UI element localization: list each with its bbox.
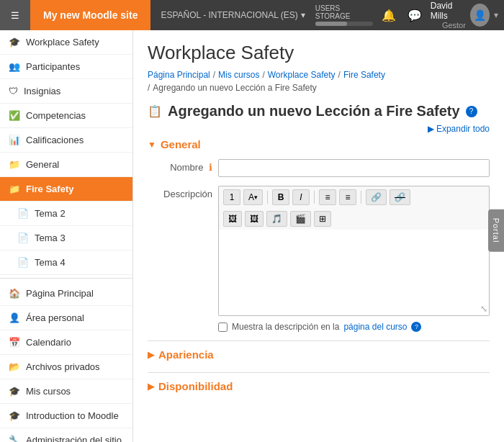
editor-body[interactable]: ⤡ [218,230,490,316]
toolbar-sep [361,191,361,204]
sidebar-item-intro-moodle[interactable]: 🎓 Introduction to Moodle [0,404,132,428]
chevron-down-icon: ▾ [494,10,498,20]
sidebar-item-archivos[interactable]: 📂 Archivos privados [0,355,132,379]
breadcrumb-sep: / [262,70,264,80]
toolbar-video-btn[interactable]: 🎬 [290,211,311,227]
apariencia-header[interactable]: ▶ Apariencia [148,341,490,365]
home-icon: 🏠 [9,288,20,299]
sidebar-item-label: Workplace Safety [26,37,99,48]
storage-bar-container [315,22,373,26]
graduation-icon: 🎓 [9,37,20,48]
main-content: Workplace Safety Página Principal / Mis … [133,30,504,442]
sidebar-item-administracion[interactable]: 🔧 Administración del sitio [0,428,132,442]
language-selector[interactable]: ESPAÑOL - INTERNACIONAL (ES) ▾ [150,0,315,30]
user-name-role: David Mills Gestor [431,1,466,30]
user-menu[interactable]: David Mills Gestor 👤 ▾ [431,1,498,30]
sidebar-item-label: Competencias [26,110,86,121]
toolbar-image-btn[interactable]: 🖼 [223,211,242,227]
checkbox-help-icon[interactable]: ? [411,322,421,332]
nombre-text: Nombre [170,162,203,173]
arrow-icon: ▶ [428,124,434,134]
sidebar-item-area-personal[interactable]: 👤 Área personal [0,306,132,330]
sidebar-item-label: Insignias [24,86,60,96]
toolbar-italic-btn[interactable]: I [292,189,310,205]
checkbox-link[interactable]: página del curso [343,322,407,332]
breadcrumb-fire-safety[interactable]: Fire Safety [343,70,385,80]
editor-toolbar-row2: 🖼 🖼 🎵 🎬 ⊞ [218,208,490,230]
chart-icon: 📊 [9,135,20,145]
expand-all-label: Expandir todo [436,124,490,134]
sidebar-divider [0,278,132,279]
toolbar-ol-btn[interactable]: ≡ [339,189,356,205]
toolbar-ul-btn[interactable]: ≡ [319,189,336,205]
toolbar-format-btn[interactable]: 1 [223,189,240,205]
portal-tab[interactable]: Portal [488,209,504,252]
storage-bar [315,22,347,26]
sidebar-item-workplace-safety[interactable]: 🎓 Workplace Safety [0,30,132,55]
checkbox-label: Muestra la descripción en la [232,322,339,332]
toolbar-link-btn[interactable]: 🔗 [366,189,387,205]
sidebar-item-calificaciones[interactable]: 📊 Calificaciones [0,128,132,153]
show-description-checkbox[interactable] [218,323,228,332]
help-icon[interactable]: ? [466,106,477,117]
disponibilidad-section: ▶ Disponibilidad [148,372,490,397]
nombre-input[interactable] [218,159,490,177]
notifications-button[interactable]: 🔔 [379,6,399,25]
section-arrow-icon: ▼ [148,140,156,150]
form-header: 📋 Agregando un nuevo Lección a Fire Safe… [148,103,490,119]
sidebar-item-participantes[interactable]: 👥 Participantes [0,55,132,79]
graduation2-icon: 🎓 [9,386,20,397]
sidebar-item-calendario[interactable]: 📅 Calendario [0,330,132,355]
breadcrumb-mis-cursos[interactable]: Mis cursos [218,70,259,80]
general-section-header[interactable]: ▼ General [148,138,490,150]
sidebar-item-label: Fire Safety [26,184,73,194]
sidebar-item-fire-safety[interactable]: 📁 Fire Safety [0,177,132,202]
sidebar-item-tema4[interactable]: 📄 Tema 4 [0,251,132,275]
sidebar-item-general[interactable]: 📁 General [0,153,132,177]
descripcion-label: Descripción [148,186,212,199]
toolbar-sep [314,191,315,204]
sidebar-item-tema3[interactable]: 📄 Tema 3 [0,226,132,251]
avatar: 👤 [470,4,490,27]
sidebar-item-label: Participantes [26,61,80,72]
person-icon: 👤 [9,312,20,323]
toolbar-font-btn[interactable]: A▾ [243,189,263,205]
sidebar-item-competencias[interactable]: ✅ Competencias [0,104,132,128]
toolbar-unlink-btn[interactable]: 🔗 [390,189,410,205]
messages-button[interactable]: 💬 [405,6,425,25]
expand-all-link[interactable]: ▶ Expandir todo [148,124,490,134]
lección-icon: 📋 [148,104,162,118]
breadcrumb: Página Principal / Mis cursos / Workplac… [148,70,490,80]
people-icon: 👥 [9,61,20,72]
nombre-label: Nombre ℹ [148,159,212,173]
disponibilidad-header[interactable]: ▶ Disponibilidad [148,373,490,397]
breadcrumb-workplace-safety[interactable]: Workplace Safety [268,70,336,80]
sidebar-item-label: Calificaciones [26,135,84,145]
sidebar-item-pagina-principal[interactable]: 🏠 Página Principal [0,281,132,306]
editor-toolbar-row1: 1 A▾ B I ≡ ≡ 🔗 🔗 [218,186,490,208]
sidebar-item-mis-cursos[interactable]: 🎓 Mis cursos [0,379,132,404]
language-label: ESPAÑOL - INTERNACIONAL (ES) [161,10,297,20]
breadcrumb-pagina-principal[interactable]: Página Principal [148,70,210,80]
toolbar-bold-btn[interactable]: B [272,189,289,205]
breadcrumb-sub-sep: / [148,83,150,93]
top-navigation: ☰ My new Moodle site ESPAÑOL - INTERNACI… [0,0,504,30]
sidebar-item-label: Tema 3 [35,233,66,243]
menu-icon: ☰ [11,10,19,21]
users-storage: USERS STORAGE [315,4,373,26]
folder-active-icon: 📁 [9,184,20,194]
toolbar-image2-btn[interactable]: 🖼 [245,211,264,227]
descripcion-row: Descripción 1 A▾ B I ≡ ≡ 🔗 🔗 🖼 [148,186,490,332]
hamburger-button[interactable]: ☰ [0,0,30,30]
disponibilidad-arrow-icon: ▶ [148,382,154,392]
toolbar-audio-btn[interactable]: 🎵 [266,211,287,227]
toolbar-more-btn[interactable]: ⊞ [314,211,331,227]
site-name-button[interactable]: My new Moodle site [30,0,150,30]
sidebar-item-insignias[interactable]: 🛡 Insignias [0,79,132,104]
section-general-label: General [161,138,201,150]
sidebar-item-tema2[interactable]: 📄 Tema 2 [0,202,132,226]
breadcrumb-sub: / Agregando un nuevo Lección a Fire Safe… [148,83,490,93]
apariencia-label: Apariencia [158,348,214,361]
nombre-info-icon[interactable]: ℹ [209,162,212,173]
users-storage-label: USERS STORAGE [315,4,351,20]
